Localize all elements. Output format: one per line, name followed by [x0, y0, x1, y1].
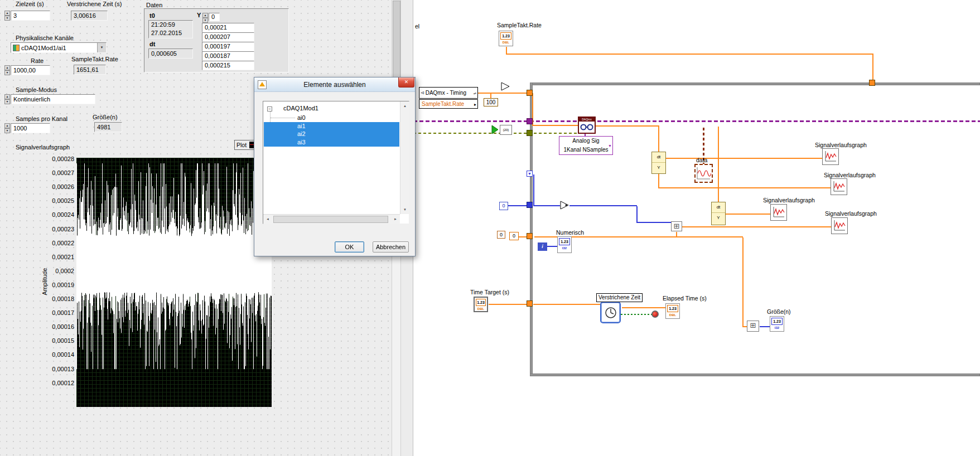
- decrement-icon[interactable]: ▼: [4, 99, 10, 104]
- scroll-left-icon[interactable]: ◄: [263, 215, 272, 224]
- tunnel-error[interactable]: [527, 130, 533, 136]
- samples-input[interactable]: 1000: [11, 123, 50, 133]
- tree-item[interactable]: ai3: [264, 138, 399, 147]
- numerisch-terminal[interactable]: 1.23 I32: [557, 236, 572, 253]
- clipped-label: el: [415, 23, 419, 30]
- scroll-down-icon[interactable]: ▼: [400, 205, 409, 214]
- while-loop-border-bottom[interactable]: [530, 373, 980, 376]
- tree-collapse-icon[interactable]: −: [267, 106, 272, 111]
- increment-icon[interactable]: ▲: [4, 65, 10, 70]
- tunnel-orange[interactable]: [869, 80, 875, 86]
- daqmx-start-icon[interactable]: [491, 125, 499, 137]
- y-array-element[interactable]: 0,00021: [202, 23, 254, 32]
- signalverlaufsgraph-terminal[interactable]: [831, 178, 847, 195]
- dialog-titlebar[interactable]: Elemente auswählen ✕: [254, 77, 415, 92]
- scrollbar-thumb[interactable]: [273, 216, 388, 223]
- data-waveform-terminal[interactable]: [694, 164, 713, 183]
- sampletakt-rate-terminal[interactable]: 1.23 DBL: [499, 31, 513, 46]
- elapsed-time-express-vi[interactable]: [600, 302, 621, 323]
- tunnel-task[interactable]: [527, 118, 533, 124]
- decrement-icon[interactable]: ▼: [202, 18, 208, 23]
- orange-wire: [533, 304, 600, 305]
- build-array-node[interactable]: ⊞: [671, 221, 682, 231]
- increment-icon[interactable]: ▲: [4, 94, 10, 99]
- y-array-value: 0,000215: [205, 62, 230, 69]
- plot-legend-text: Plot: [235, 142, 248, 148]
- cancel-button[interactable]: Abbrechen: [373, 241, 409, 253]
- increment-icon[interactable]: ▲: [4, 11, 10, 16]
- while-loop-border-left[interactable]: [530, 83, 533, 376]
- zielzeit-input[interactable]: 3: [11, 11, 50, 21]
- scrollbar-thumb[interactable]: [393, 1, 400, 83]
- sample-modus-spinner[interactable]: ▲ ▼: [4, 94, 10, 104]
- shift-register-icon[interactable]: ▼: [527, 171, 533, 177]
- y-array-element[interactable]: 0,000207: [202, 32, 254, 42]
- daqmx-read-node[interactable]: DAQmx: [578, 117, 596, 134]
- tunnel-orange[interactable]: [527, 300, 533, 307]
- tunnel-orange[interactable]: [527, 90, 533, 96]
- samples-spinner[interactable]: ▲ ▼: [4, 123, 10, 133]
- get-waveform-components-node[interactable]: dt Y: [711, 202, 726, 225]
- decrement-icon[interactable]: ▼: [4, 70, 10, 75]
- dbl-type-label: DBL: [666, 312, 679, 318]
- polymorphic-selector[interactable]: Analog Sig 1Kanal NSamples ▼: [559, 136, 613, 155]
- graph-terminal-label: Signalverlaufsgraph: [824, 172, 876, 178]
- scroll-up-icon[interactable]: ▲: [400, 101, 409, 110]
- signalverlaufsgraph-terminal[interactable]: [770, 204, 787, 221]
- constant-0-orange[interactable]: 0: [497, 231, 505, 239]
- waveform-graph-plot-area[interactable]: [76, 158, 272, 407]
- tree-item[interactable]: ai2: [264, 130, 399, 138]
- sample-clock-icon[interactable]: {20}: [500, 125, 512, 135]
- get-waveform-components-node[interactable]: dt Y: [651, 152, 666, 174]
- groesse-terminal[interactable]: 1.23 I32: [770, 316, 784, 332]
- conversion-node[interactable]: [500, 81, 510, 94]
- numerisch-terminal-label: Numerisch: [556, 229, 584, 236]
- tunnel-orange[interactable]: [527, 233, 533, 239]
- constant-0-orange[interactable]: 0: [509, 232, 519, 240]
- tree-horizontal-scrollbar[interactable]: ◄ ►: [263, 214, 400, 224]
- increment-icon[interactable]: ▲: [4, 123, 10, 128]
- tree-vertical-scrollbar[interactable]: ▲ ▼: [400, 101, 409, 214]
- daqmx-timing-node[interactable]: ⊲ DAQmx - Timing ▴▾: [419, 87, 478, 99]
- while-loop-border-top[interactable]: [530, 83, 980, 85]
- numeric-icon: 1.23: [771, 318, 783, 325]
- rate-spinner[interactable]: ▲ ▼: [4, 65, 10, 75]
- signalverlaufsgraph-terminal[interactable]: [822, 148, 839, 165]
- physical-channel-combo[interactable]: cDAQ1Mod1/ai1 ▼: [11, 42, 107, 53]
- sample-modus-input[interactable]: Kontinuierlich: [11, 94, 95, 104]
- time-target-terminal[interactable]: 1.23 DBL: [474, 297, 488, 312]
- clock-icon: [604, 306, 617, 319]
- timing-property-label: SampleTakt.Rate: [422, 101, 464, 107]
- constant-0-blue[interactable]: 0: [499, 202, 508, 210]
- tree-root-item[interactable]: cDAQ1Mod1: [283, 105, 318, 111]
- array-size-node[interactable]: ⊞: [747, 321, 759, 332]
- loop-iteration-terminal[interactable]: i: [538, 242, 547, 251]
- y-array-element[interactable]: 0,000197: [202, 42, 254, 51]
- zielzeit-spinner[interactable]: ▲ ▼: [4, 11, 10, 21]
- increment-node[interactable]: [559, 200, 569, 212]
- decrement-icon[interactable]: ▼: [4, 16, 10, 21]
- tree-item[interactable]: ai1: [264, 122, 399, 130]
- elapsed-time-terminal[interactable]: 1.23 DBL: [665, 303, 680, 319]
- verstrichene-zeit-label: Verstrichene Zeit (s): [67, 1, 122, 8]
- decrement-icon[interactable]: ▼: [4, 128, 10, 133]
- blue-wire: [533, 205, 560, 206]
- y-index-spinner[interactable]: ▲ ▼: [202, 13, 208, 21]
- y-axis-tick-label: 0,00014: [47, 352, 74, 358]
- increment-icon[interactable]: ▲: [202, 13, 208, 18]
- signalverlaufsgraph-terminal[interactable]: [831, 217, 848, 234]
- ok-button[interactable]: OK: [335, 241, 364, 253]
- y-index-input[interactable]: 0: [209, 13, 220, 21]
- tree-item[interactable]: ai0: [264, 114, 399, 122]
- y-array-element[interactable]: 0,000187: [202, 51, 254, 61]
- tunnel-blue[interactable]: [527, 202, 533, 208]
- y-array-element[interactable]: 0,000215: [202, 61, 254, 70]
- close-icon[interactable]: ✕: [398, 77, 414, 88]
- timing-property-selector[interactable]: SampleTakt.Rate ▸: [419, 99, 478, 109]
- constant-100[interactable]: 100: [484, 98, 498, 106]
- channel-tree[interactable]: − cDAQ1Mod1 ai0ai1ai2ai3 ▲ ▼ ◄ ►: [263, 101, 409, 224]
- combo-dropdown-icon[interactable]: ▼: [97, 43, 106, 52]
- scroll-right-icon[interactable]: ►: [391, 215, 400, 224]
- rate-input[interactable]: 1000,00: [11, 65, 50, 75]
- stop-led-indicator[interactable]: [651, 311, 659, 318]
